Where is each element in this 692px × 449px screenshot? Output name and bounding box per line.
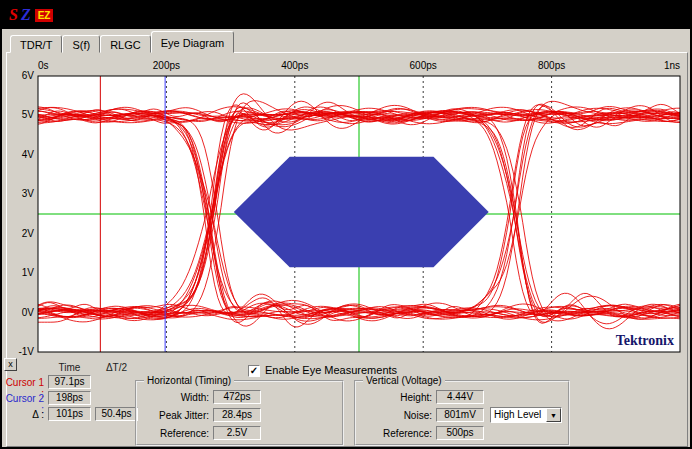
noise-value: 801mV bbox=[436, 408, 484, 422]
width-value: 472ps bbox=[213, 390, 261, 404]
width-label: Width: bbox=[141, 392, 213, 403]
logo-s: S bbox=[9, 6, 18, 24]
vertical-reference-value: 500ps bbox=[436, 426, 484, 440]
vertical-voltage-group: Vertical (Voltage) Height: 4.44V Noise: … bbox=[354, 380, 570, 446]
svg-text:0s: 0s bbox=[38, 60, 49, 71]
vertical-voltage-title: Vertical (Voltage) bbox=[363, 375, 445, 386]
horizontal-reference-value: 2.5V bbox=[213, 426, 261, 440]
eye-diagram-plot[interactable]: Tektronix0s200ps400ps600ps800ps1ns6V5V4V… bbox=[10, 54, 686, 360]
svg-text:4V: 4V bbox=[22, 149, 35, 160]
dt2-column-header: ΔT/2 bbox=[95, 362, 138, 373]
svg-text:6V: 6V bbox=[22, 70, 35, 81]
tab-rlgc[interactable]: RLGC bbox=[100, 35, 151, 53]
height-value: 4.44V bbox=[436, 390, 484, 404]
svg-text:2V: 2V bbox=[22, 228, 35, 239]
tab-bar: TDR/T S(f) RLGC Eye Diagram bbox=[10, 31, 234, 53]
svg-text:-1V: -1V bbox=[18, 346, 34, 357]
svg-text:400ps: 400ps bbox=[281, 60, 308, 71]
cursor2-time-value: 198ps bbox=[48, 391, 91, 405]
svg-text:5V: 5V bbox=[22, 109, 35, 120]
tab-tdrt[interactable]: TDR/T bbox=[10, 35, 62, 53]
time-column-header: Time bbox=[48, 362, 91, 373]
noise-level-selected-value: High Level bbox=[491, 408, 546, 422]
height-label: Height: bbox=[360, 392, 436, 403]
svg-text:1ns: 1ns bbox=[664, 60, 680, 71]
title-strip: S Z EZ bbox=[2, 2, 690, 29]
svg-text:600ps: 600ps bbox=[410, 60, 437, 71]
horizontal-reference-label: Reference: bbox=[141, 428, 213, 439]
svg-text:Tektronix: Tektronix bbox=[616, 333, 674, 348]
svg-text:1V: 1V bbox=[22, 267, 35, 278]
svg-text:800ps: 800ps bbox=[538, 60, 565, 71]
svg-text:0V: 0V bbox=[22, 307, 35, 318]
noise-level-select[interactable]: High Level ▼ bbox=[490, 407, 562, 423]
tab-eye-diagram[interactable]: Eye Diagram bbox=[151, 31, 235, 53]
enable-eye-checkbox[interactable]: ✓ bbox=[248, 365, 260, 377]
vertical-reference-label: Reference: bbox=[360, 428, 436, 439]
delta-dt2-value: 50.4ps bbox=[95, 407, 138, 421]
peak-jitter-value: 28.4ps bbox=[213, 408, 261, 422]
app-logo: S Z EZ bbox=[9, 6, 53, 24]
svg-text:200ps: 200ps bbox=[153, 60, 180, 71]
noise-label: Noise: bbox=[360, 410, 436, 421]
delta-label: Δ : bbox=[2, 409, 46, 420]
chevron-down-icon[interactable]: ▼ bbox=[546, 408, 561, 422]
logo-z: Z bbox=[21, 6, 31, 24]
horizontal-timing-group: Horizontal (Timing) Width: 472ps Peak Ji… bbox=[135, 380, 344, 446]
close-measure-panel-button[interactable]: x bbox=[4, 358, 17, 371]
cursor1-time-value: 97.1ps bbox=[48, 375, 91, 389]
delta-time-value: 101ps bbox=[48, 407, 91, 421]
logo-ez-badge: EZ bbox=[35, 9, 54, 22]
peak-jitter-label: Peak Jitter: bbox=[141, 410, 213, 421]
tab-sf[interactable]: S(f) bbox=[62, 35, 100, 53]
svg-text:3V: 3V bbox=[22, 188, 35, 199]
app-window: S Z EZ TDR/T S(f) RLGC Eye Diagram Tektr… bbox=[0, 0, 692, 449]
horizontal-timing-title: Horizontal (Timing) bbox=[144, 375, 234, 386]
